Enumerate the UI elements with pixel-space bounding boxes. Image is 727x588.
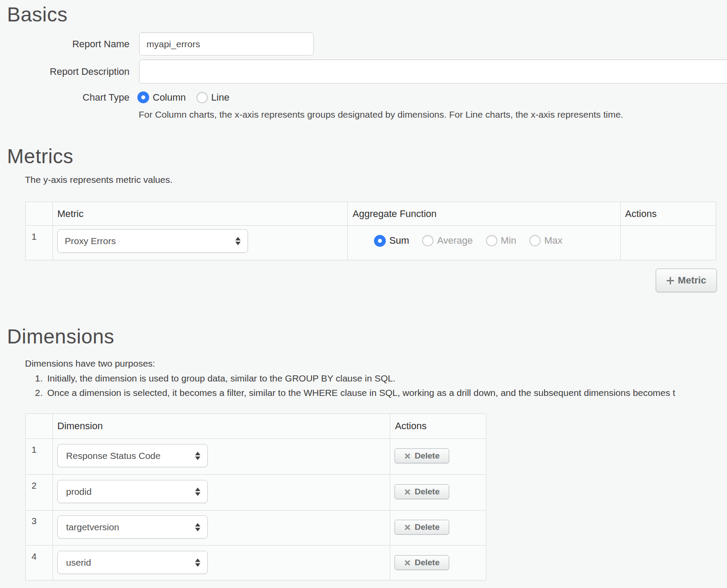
dimension-row-number: 1 <box>31 444 37 455</box>
delete-dimension-button[interactable]: Delete <box>395 448 449 463</box>
list-item-number: 2. <box>35 387 47 399</box>
dimensions-table-divider <box>390 414 390 580</box>
dimensions-table-header-divider <box>26 438 486 439</box>
dimensions-table-row-divider <box>26 545 486 546</box>
list-item-text: Initially, the dimension is used to grou… <box>47 373 395 384</box>
aggregate-min-label[interactable]: Min <box>501 235 516 246</box>
select-updown-arrows-icon <box>195 523 200 531</box>
report-name-label: Report Name <box>0 32 129 56</box>
dimensions-table-row-divider <box>26 474 486 475</box>
aggregate-radio-group: Sum Average Min Max <box>374 234 563 247</box>
chart-type-help-text: For Column charts, the x-axis represents… <box>139 109 623 120</box>
select-updown-arrows-icon <box>195 558 200 567</box>
dimensions-heading: Dimensions <box>7 325 114 348</box>
select-updown-arrows-icon <box>235 237 241 245</box>
dimensions-table-row-divider <box>26 510 486 511</box>
chart-type-column-label[interactable]: Column <box>153 92 186 103</box>
dimension-select[interactable]: userid <box>57 551 208 574</box>
metric-row-number: 1 <box>31 231 37 242</box>
dimension-select-value: prodid <box>66 486 91 497</box>
report-description-label: Report Description <box>0 60 129 84</box>
basics-heading: Basics <box>7 3 67 26</box>
list-item-number: 1. <box>35 373 47 384</box>
add-metric-button[interactable]: Metric <box>656 269 717 292</box>
dimension-row-number: 4 <box>31 551 37 562</box>
aggregate-sum-label[interactable]: Sum <box>389 235 409 246</box>
dimensions-col-header-actions: Actions <box>395 414 426 438</box>
x-icon <box>404 560 411 566</box>
dimension-select[interactable]: targetversion <box>57 515 208 539</box>
delete-button-label: Delete <box>415 451 440 461</box>
metrics-table-divider <box>52 202 53 260</box>
aggregate-min-radio-icon[interactable] <box>486 235 497 246</box>
metrics-subtitle: The y-axis represents metric values. <box>25 174 172 186</box>
dimension-select[interactable]: prodid <box>57 480 208 503</box>
dimension-row-number: 2 <box>31 480 37 491</box>
x-icon <box>404 453 411 459</box>
dimension-select[interactable]: Response Status Code <box>57 444 208 467</box>
aggregate-average-radio-icon[interactable] <box>422 235 433 246</box>
delete-dimension-button[interactable]: Delete <box>395 520 449 535</box>
delete-dimension-button[interactable]: Delete <box>395 555 449 570</box>
metrics-table-divider <box>347 202 348 260</box>
add-metric-button-label: Metric <box>678 275 706 286</box>
metrics-col-header-actions: Actions <box>625 202 657 225</box>
select-updown-arrows-icon <box>195 487 200 496</box>
metric-select[interactable]: Proxy Errors <box>57 229 248 253</box>
aggregate-max-label[interactable]: Max <box>544 235 563 246</box>
metrics-table-header-divider <box>26 225 716 226</box>
x-icon <box>404 489 411 495</box>
delete-button-label: Delete <box>415 522 440 532</box>
dimension-select-value: targetversion <box>66 522 119 532</box>
metrics-heading: Metrics <box>7 144 73 168</box>
select-updown-arrows-icon <box>195 452 200 460</box>
dimension-select-value: Response Status Code <box>66 451 161 461</box>
dimensions-intro: Dimensions have two purposes: <box>25 358 155 369</box>
delete-button-label: Delete <box>415 487 440 497</box>
chart-type-line-label[interactable]: Line <box>211 92 230 103</box>
x-icon <box>404 524 411 531</box>
delete-button-label: Delete <box>415 558 440 567</box>
chart-type-line-radio-icon[interactable] <box>196 92 208 103</box>
dimensions-purpose-item: 1. Initially, the dimension is used to g… <box>35 373 395 384</box>
list-item-text: Once a dimension is selected, it becomes… <box>47 387 675 399</box>
dimensions-col-header-dimension: Dimension <box>57 414 103 438</box>
report-builder-page: Basics Report Name Report Description Ch… <box>0 0 727 588</box>
aggregate-sum-radio-icon[interactable] <box>374 235 386 247</box>
aggregate-max-radio-icon[interactable] <box>529 235 541 246</box>
report-name-input[interactable] <box>139 32 314 56</box>
metrics-table-divider <box>620 202 621 260</box>
chart-type-radio-group: Column Line <box>137 91 229 103</box>
metrics-col-header-aggregate: Aggregate Function <box>353 202 437 225</box>
delete-dimension-button[interactable]: Delete <box>395 484 449 499</box>
dimensions-purpose-item: 2. Once a dimension is selected, it beco… <box>35 387 675 399</box>
plus-icon <box>667 277 674 284</box>
dimension-row-number: 3 <box>31 516 37 526</box>
aggregate-average-label[interactable]: Average <box>437 235 473 246</box>
chart-type-label: Chart Type <box>0 91 129 103</box>
dimensions-table-divider <box>52 414 53 580</box>
chart-type-column-radio-icon[interactable] <box>137 91 149 103</box>
dimension-select-value: userid <box>66 557 91 568</box>
report-description-input[interactable] <box>139 60 727 84</box>
metrics-col-header-metric: Metric <box>57 202 84 225</box>
metric-select-value: Proxy Errors <box>65 236 116 246</box>
